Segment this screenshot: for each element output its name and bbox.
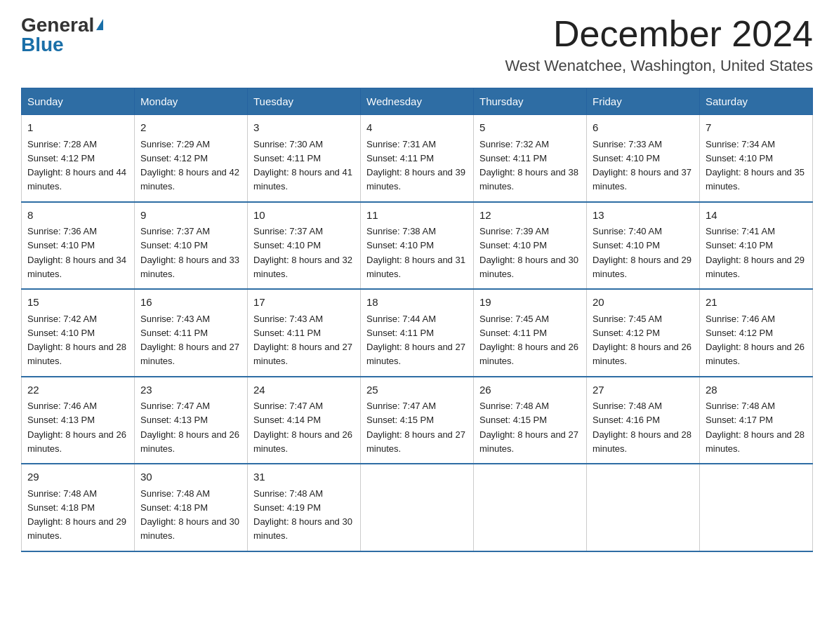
- day-info: Sunrise: 7:41 AMSunset: 4:10 PMDaylight:…: [706, 226, 805, 279]
- calendar-day-cell: 23Sunrise: 7:47 AMSunset: 4:13 PMDayligh…: [135, 377, 248, 464]
- calendar-day-cell: 8Sunrise: 7:36 AMSunset: 4:10 PMDaylight…: [22, 202, 135, 290]
- day-of-week-header: Monday: [135, 88, 248, 115]
- calendar-week-row: 15Sunrise: 7:42 AMSunset: 4:10 PMDayligh…: [22, 289, 813, 377]
- day-info: Sunrise: 7:48 AMSunset: 4:16 PMDaylight:…: [593, 401, 691, 454]
- day-number: 6: [593, 120, 694, 136]
- day-number: 27: [593, 382, 694, 398]
- day-of-week-header: Friday: [587, 88, 700, 115]
- day-info: Sunrise: 7:45 AMSunset: 4:12 PMDaylight:…: [593, 314, 691, 367]
- calendar-day-cell: 13Sunrise: 7:40 AMSunset: 4:10 PMDayligh…: [587, 202, 700, 290]
- calendar-day-cell: 29Sunrise: 7:48 AMSunset: 4:18 PMDayligh…: [22, 464, 135, 551]
- day-info: Sunrise: 7:48 AMSunset: 4:17 PMDaylight:…: [706, 401, 805, 454]
- calendar-day-cell: 15Sunrise: 7:42 AMSunset: 4:10 PMDayligh…: [22, 289, 135, 377]
- day-of-week-header: Wednesday: [361, 88, 474, 115]
- day-info: Sunrise: 7:48 AMSunset: 4:15 PMDaylight:…: [479, 401, 578, 454]
- day-number: 29: [27, 469, 128, 485]
- day-info: Sunrise: 7:37 AMSunset: 4:10 PMDaylight:…: [253, 226, 352, 279]
- calendar-day-cell: [361, 464, 474, 551]
- day-info: Sunrise: 7:47 AMSunset: 4:13 PMDaylight:…: [140, 401, 239, 454]
- day-info: Sunrise: 7:48 AMSunset: 4:18 PMDaylight:…: [140, 488, 239, 542]
- calendar-day-cell: 16Sunrise: 7:43 AMSunset: 4:11 PMDayligh…: [135, 289, 248, 377]
- calendar-day-cell: 4Sunrise: 7:31 AMSunset: 4:11 PMDaylight…: [361, 115, 474, 202]
- day-info: Sunrise: 7:42 AMSunset: 4:10 PMDaylight:…: [27, 314, 126, 367]
- day-number: 9: [140, 208, 241, 224]
- day-info: Sunrise: 7:43 AMSunset: 4:11 PMDaylight:…: [253, 314, 352, 367]
- day-of-week-header: Tuesday: [248, 88, 361, 115]
- day-info: Sunrise: 7:32 AMSunset: 4:11 PMDaylight:…: [479, 139, 578, 192]
- calendar-day-cell: 30Sunrise: 7:48 AMSunset: 4:18 PMDayligh…: [135, 464, 248, 551]
- calendar-week-row: 1Sunrise: 7:28 AMSunset: 4:12 PMDaylight…: [22, 115, 813, 202]
- day-number: 7: [706, 120, 807, 136]
- calendar-day-cell: 31Sunrise: 7:48 AMSunset: 4:19 PMDayligh…: [248, 464, 361, 551]
- day-info: Sunrise: 7:43 AMSunset: 4:11 PMDaylight:…: [140, 314, 239, 367]
- day-number: 10: [253, 208, 355, 224]
- calendar-day-cell: 26Sunrise: 7:48 AMSunset: 4:15 PMDayligh…: [474, 377, 587, 464]
- calendar-table: SundayMondayTuesdayWednesdayThursdayFrid…: [21, 88, 813, 552]
- day-number: 23: [140, 382, 241, 398]
- calendar-week-row: 22Sunrise: 7:46 AMSunset: 4:13 PMDayligh…: [22, 377, 813, 464]
- calendar-day-cell: 24Sunrise: 7:47 AMSunset: 4:14 PMDayligh…: [248, 377, 361, 464]
- calendar-day-cell: [474, 464, 587, 551]
- day-info: Sunrise: 7:33 AMSunset: 4:10 PMDaylight:…: [593, 139, 691, 192]
- day-info: Sunrise: 7:44 AMSunset: 4:11 PMDaylight:…: [366, 314, 465, 367]
- day-number: 16: [140, 295, 241, 311]
- day-info: Sunrise: 7:36 AMSunset: 4:10 PMDaylight:…: [27, 226, 126, 279]
- calendar-day-cell: 3Sunrise: 7:30 AMSunset: 4:11 PMDaylight…: [248, 115, 361, 202]
- day-info: Sunrise: 7:40 AMSunset: 4:10 PMDaylight:…: [593, 226, 691, 279]
- logo-triangle-icon: [96, 19, 103, 30]
- calendar-day-cell: 19Sunrise: 7:45 AMSunset: 4:11 PMDayligh…: [474, 289, 587, 377]
- calendar-day-cell: 9Sunrise: 7:37 AMSunset: 4:10 PMDaylight…: [135, 202, 248, 290]
- day-number: 15: [27, 295, 128, 311]
- day-info: Sunrise: 7:38 AMSunset: 4:10 PMDaylight:…: [366, 226, 465, 279]
- day-of-week-header: Saturday: [700, 88, 813, 115]
- calendar-day-cell: 20Sunrise: 7:45 AMSunset: 4:12 PMDayligh…: [587, 289, 700, 377]
- day-number: 8: [27, 208, 128, 224]
- calendar-day-cell: 27Sunrise: 7:48 AMSunset: 4:16 PMDayligh…: [587, 377, 700, 464]
- day-number: 24: [253, 382, 355, 398]
- day-info: Sunrise: 7:46 AMSunset: 4:12 PMDaylight:…: [706, 314, 805, 367]
- day-number: 5: [479, 120, 581, 136]
- calendar-day-cell: 7Sunrise: 7:34 AMSunset: 4:10 PMDaylight…: [700, 115, 813, 202]
- calendar-day-cell: 2Sunrise: 7:29 AMSunset: 4:12 PMDaylight…: [135, 115, 248, 202]
- day-info: Sunrise: 7:46 AMSunset: 4:13 PMDaylight:…: [27, 401, 126, 454]
- day-number: 4: [366, 120, 468, 136]
- calendar-day-cell: 14Sunrise: 7:41 AMSunset: 4:10 PMDayligh…: [700, 202, 813, 290]
- day-number: 11: [366, 208, 468, 224]
- day-number: 22: [27, 382, 128, 398]
- day-number: 20: [593, 295, 694, 311]
- month-title: December 2024: [505, 14, 813, 54]
- day-number: 17: [253, 295, 355, 311]
- day-info: Sunrise: 7:30 AMSunset: 4:11 PMDaylight:…: [253, 139, 352, 192]
- day-of-week-header: Sunday: [22, 88, 135, 115]
- calendar-day-cell: 5Sunrise: 7:32 AMSunset: 4:11 PMDaylight…: [474, 115, 587, 202]
- calendar-day-cell: 1Sunrise: 7:28 AMSunset: 4:12 PMDaylight…: [22, 115, 135, 202]
- calendar-day-cell: 10Sunrise: 7:37 AMSunset: 4:10 PMDayligh…: [248, 202, 361, 290]
- day-info: Sunrise: 7:31 AMSunset: 4:11 PMDaylight:…: [366, 139, 465, 192]
- day-info: Sunrise: 7:47 AMSunset: 4:14 PMDaylight:…: [253, 401, 352, 454]
- day-number: 3: [253, 120, 355, 136]
- day-number: 30: [140, 469, 241, 485]
- day-number: 31: [253, 469, 355, 485]
- day-info: Sunrise: 7:29 AMSunset: 4:12 PMDaylight:…: [140, 139, 239, 192]
- day-info: Sunrise: 7:48 AMSunset: 4:18 PMDaylight:…: [27, 488, 126, 542]
- day-number: 26: [479, 382, 581, 398]
- day-info: Sunrise: 7:47 AMSunset: 4:15 PMDaylight:…: [366, 401, 465, 454]
- calendar-day-cell: 17Sunrise: 7:43 AMSunset: 4:11 PMDayligh…: [248, 289, 361, 377]
- calendar-day-cell: [700, 464, 813, 551]
- day-number: 12: [479, 208, 581, 224]
- calendar-week-row: 8Sunrise: 7:36 AMSunset: 4:10 PMDaylight…: [22, 202, 813, 290]
- calendar-day-cell: 18Sunrise: 7:44 AMSunset: 4:11 PMDayligh…: [361, 289, 474, 377]
- day-info: Sunrise: 7:34 AMSunset: 4:10 PMDaylight:…: [706, 139, 805, 192]
- day-number: 2: [140, 120, 241, 136]
- title-block: December 2024 West Wenatchee, Washington…: [505, 14, 813, 75]
- calendar-week-row: 29Sunrise: 7:48 AMSunset: 4:18 PMDayligh…: [22, 464, 813, 551]
- day-info: Sunrise: 7:28 AMSunset: 4:12 PMDaylight:…: [27, 139, 126, 192]
- calendar-day-cell: 11Sunrise: 7:38 AMSunset: 4:10 PMDayligh…: [361, 202, 474, 290]
- logo-blue-text: Blue: [21, 34, 64, 56]
- calendar-day-cell: 6Sunrise: 7:33 AMSunset: 4:10 PMDaylight…: [587, 115, 700, 202]
- day-number: 1: [27, 120, 128, 136]
- calendar-day-cell: 21Sunrise: 7:46 AMSunset: 4:12 PMDayligh…: [700, 289, 813, 377]
- day-number: 13: [593, 208, 694, 224]
- calendar-day-cell: 28Sunrise: 7:48 AMSunset: 4:17 PMDayligh…: [700, 377, 813, 464]
- day-number: 28: [706, 382, 807, 398]
